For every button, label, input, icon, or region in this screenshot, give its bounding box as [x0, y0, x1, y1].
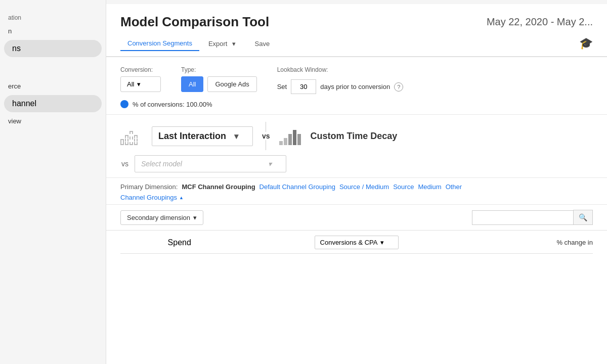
toolbar: Conversion Segments Export ▾ Save 🎓 — [106, 36, 607, 57]
spend-col-header: Spend — [120, 238, 239, 247]
export-button[interactable]: Export ▾ — [201, 36, 246, 51]
chevron-up-icon: ▲ — [179, 195, 184, 200]
conversions-col-header: Conversions & CPA ▾ — [239, 236, 475, 249]
primary-dim-row: Primary Dimension: MCF Channel Grouping … — [120, 183, 593, 191]
change-col-header: % change in — [475, 239, 593, 246]
type-label: Type: — [181, 66, 257, 73]
vert-line-top — [266, 122, 266, 132]
type-group: Type: All Google Ads — [181, 66, 257, 92]
conversion-pct-text: % of conversions: 100.00% — [133, 101, 212, 108]
type-all-button[interactable]: All — [181, 76, 203, 92]
model1-select[interactable]: Last Interaction ▾ — [152, 126, 253, 146]
page-title: Model Comparison Tool — [120, 14, 269, 30]
date-range: May 22, 2020 - May 2... — [487, 16, 593, 28]
lookback-suffix-text: days prior to conversion — [320, 83, 390, 90]
conversions-dropdown[interactable]: Conversions & CPA ▾ — [315, 236, 399, 249]
model-section: Last Interaction ▾ vs Custom — [106, 115, 607, 178]
default-channel-grouping-link[interactable]: Default Channel Grouping — [259, 183, 335, 191]
sidebar-item-4-active[interactable]: hannel — [4, 95, 102, 112]
model1-row: Last Interaction ▾ vs Custom — [120, 122, 593, 150]
dropdown-icon: ▾ — [137, 80, 141, 88]
main-content: Model Comparison Tool May 22, 2020 - May… — [106, 0, 607, 364]
model2-select[interactable]: Select model ▾ — [135, 155, 286, 172]
sidebar-section-1: ation — [0, 8, 106, 23]
conversion-label: Conversion: — [120, 66, 161, 73]
sidebar-item-2-active[interactable]: ns — [4, 40, 102, 57]
conversion-pct-row: % of conversions: 100.00% — [120, 100, 593, 108]
search-icon: 🔍 — [579, 213, 587, 221]
model2-placeholder: Select model — [141, 160, 182, 168]
graduation-cap-icon: 🎓 — [579, 37, 593, 50]
sidebar-item-1[interactable]: n — [0, 23, 106, 39]
vs-label-2: vs — [121, 160, 128, 168]
source-medium-link[interactable]: Source / Medium — [339, 183, 389, 191]
config-row: Conversion: All ▾ Type: All Google Ads L… — [120, 66, 593, 94]
model1-name: Last Interaction — [158, 131, 226, 142]
dropdown-arrow-icon: ▾ — [229, 39, 238, 48]
conversions-dropdown-icon: ▾ — [380, 239, 384, 246]
sidebar-item-5[interactable]: view — [0, 113, 106, 129]
channel-groupings-link[interactable]: Channel Groupings ▲ — [120, 194, 184, 201]
conversion-group: Conversion: All ▾ — [120, 66, 161, 92]
secondary-dim-section: Secondary dimension ▾ 🔍 — [106, 205, 607, 231]
conversion-select[interactable]: All ▾ — [120, 76, 161, 92]
conversion-segments-button[interactable]: Conversion Segments — [120, 36, 199, 51]
search-input[interactable] — [472, 210, 573, 225]
lookback-group: Lookback Window: Set days prior to conve… — [277, 66, 404, 94]
primary-dim-label: Primary Dimension: — [120, 183, 178, 191]
vs-label: vs — [262, 132, 270, 140]
sidebar: ation n ns erce hannel view — [0, 0, 106, 364]
sidebar-item-3[interactable]: erce — [0, 78, 106, 94]
model2-dropdown-icon: ▾ — [268, 160, 272, 168]
lookback-days-input[interactable] — [291, 79, 316, 94]
medium-link[interactable]: Medium — [418, 183, 441, 191]
lookback-set-text: Set — [277, 83, 287, 90]
channel-groupings-row: Channel Groupings ▲ — [120, 194, 593, 201]
search-box-area: 🔍 — [472, 210, 593, 225]
secondary-dim-dropdown-icon: ▾ — [193, 214, 197, 221]
secondary-dimension-button[interactable]: Secondary dimension ▾ — [120, 210, 203, 225]
other-link[interactable]: Other — [446, 183, 462, 191]
vert-line-bottom — [266, 140, 266, 150]
source-link[interactable]: Source — [393, 183, 414, 191]
table-area: Spend Conversions & CPA ▾ % change in — [106, 231, 607, 254]
primary-dim-active: MCF Channel Grouping — [182, 183, 255, 191]
model1-icon — [120, 126, 146, 146]
page-header: Model Comparison Tool May 22, 2020 - May… — [106, 4, 607, 36]
blue-dot-icon — [120, 100, 128, 108]
config-section: Conversion: All ▾ Type: All Google Ads L… — [106, 57, 607, 115]
save-button[interactable]: Save — [247, 37, 277, 51]
dimension-bar: Primary Dimension: MCF Channel Grouping … — [106, 178, 607, 205]
help-icon[interactable]: ? — [394, 82, 403, 92]
type-google-ads-button[interactable]: Google Ads — [207, 76, 256, 92]
lookback-label: Lookback Window: — [277, 66, 404, 73]
model2-icon — [279, 126, 305, 146]
model2-name: Custom Time Decay — [311, 131, 398, 142]
model1-dropdown-icon: ▾ — [234, 131, 238, 141]
search-button[interactable]: 🔍 — [573, 210, 593, 225]
model2-row: vs Select model ▾ — [120, 155, 593, 172]
table-header-row: Spend Conversions & CPA ▾ % change in — [120, 231, 593, 254]
